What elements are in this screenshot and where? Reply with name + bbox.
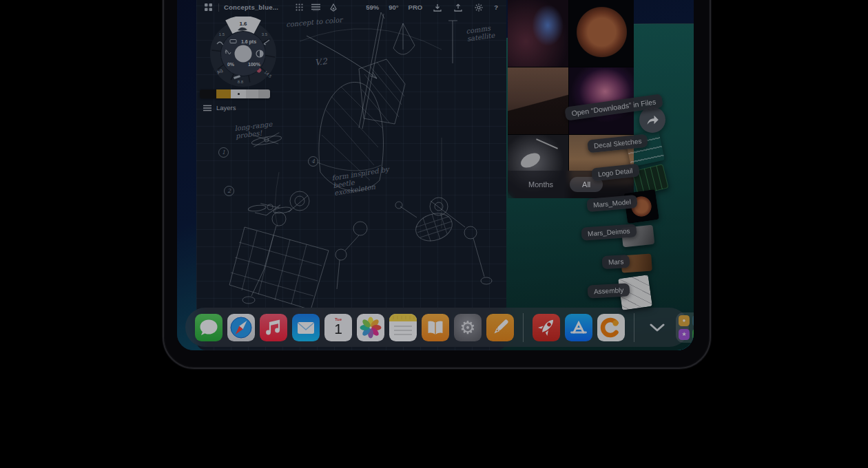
dock-app-library[interactable]: ● ◎ ★ ○ — [676, 312, 694, 343]
notes-icon — [389, 314, 417, 341]
annotation-number-4: 4 — [308, 156, 318, 167]
dock-app-rocket[interactable] — [533, 314, 560, 341]
dock-divider-1 — [523, 313, 524, 342]
drag-label-mars[interactable]: Mars — [602, 255, 630, 269]
swatch-black[interactable] — [200, 89, 216, 98]
photo-flame-nebula[interactable] — [508, 0, 568, 67]
dock-app-concepts[interactable] — [486, 314, 514, 341]
photo-mars-landscape[interactable] — [508, 67, 568, 134]
dock-collapse-button[interactable] — [643, 312, 671, 343]
wheel-opacity-max[interactable]: 100% — [248, 62, 261, 67]
wheel-seg-8-8[interactable]: 8.8 — [238, 80, 244, 84]
calendar-day: 1 — [324, 321, 352, 337]
probe-boom — [536, 138, 558, 149]
annotation-number-2: 2 — [224, 186, 234, 196]
swatch-light-gray[interactable] — [231, 89, 246, 98]
drag-label-assembly[interactable]: Assembly — [588, 283, 630, 298]
dock: Tue 1 ⚙ — [185, 308, 689, 347]
share-forward-icon — [645, 114, 659, 126]
photos-icon — [357, 314, 384, 341]
tab-months[interactable]: Months — [528, 180, 553, 189]
rocket-icon — [533, 314, 560, 341]
dock-app-notes[interactable] — [389, 314, 417, 341]
dock-app-appstore[interactable] — [565, 314, 592, 341]
music-icon — [260, 314, 287, 341]
dock-app-c-swirl[interactable] — [597, 314, 625, 341]
swatch-selected-dot — [238, 93, 240, 95]
chevron-down-icon — [650, 323, 665, 332]
wheel-active-size: 1.6 — [239, 21, 247, 27]
dock-app-calendar[interactable]: Tue 1 — [324, 314, 352, 341]
concepts-app-window[interactable]: concept to color comms satellite V.2 lon… — [196, 0, 506, 350]
photo-mars-globe[interactable] — [569, 0, 634, 67]
app-library-mini-purple: ★ — [679, 329, 690, 340]
color-swatch-bar[interactable] — [200, 89, 270, 98]
safari-icon — [227, 314, 255, 341]
app-library-mini-teal: ◎ — [692, 315, 694, 326]
probe-dish — [519, 150, 543, 171]
wheel-opacity-min[interactable]: 0% — [227, 62, 235, 67]
wheel-seg-3-5[interactable]: 3.5 — [262, 32, 268, 36]
dock-app-music[interactable] — [260, 314, 287, 341]
wheel-size-label[interactable]: 1.6 pts — [241, 39, 256, 45]
dock-app-settings[interactable]: ⚙ — [454, 314, 482, 341]
c-swirl-icon — [597, 314, 625, 341]
concepts-pen-icon — [486, 314, 514, 341]
layers-control[interactable]: Layers — [203, 104, 236, 111]
annotation-version: V.2 — [314, 57, 327, 67]
books-icon — [422, 314, 449, 341]
layers-menu-icon — [203, 105, 211, 111]
share-button[interactable] — [639, 107, 665, 133]
swatch-gray-2[interactable] — [246, 89, 258, 98]
dock-app-books[interactable] — [422, 314, 449, 341]
dock-app-safari[interactable] — [227, 314, 255, 341]
layers-label: Layers — [216, 104, 236, 111]
dock-app-photos[interactable] — [357, 314, 384, 341]
ipad-screen: concept to color comms satellite V.2 lon… — [177, 0, 694, 350]
dock-divider-2 — [634, 313, 634, 342]
wheel-seg-1-5[interactable]: 1.5 — [219, 32, 225, 36]
app-library-mini-yellow: ● — [679, 315, 690, 326]
tool-wheel[interactable]: 1.6 1.5 3.5 14.5 8.8 Ag 1.6 pts — [207, 17, 279, 88]
mail-icon — [292, 314, 320, 341]
swatch-gold[interactable] — [216, 89, 231, 98]
app-store-icon — [565, 314, 592, 341]
annotation-number-1: 1 — [218, 147, 229, 158]
dock-app-mail[interactable] — [292, 314, 320, 341]
dock-app-messages[interactable] — [195, 314, 223, 341]
settings-gear-icon: ⚙ — [459, 314, 475, 341]
swatch-gray-3[interactable] — [258, 89, 270, 98]
stage: concept to color comms satellite V.2 lon… — [0, 0, 868, 468]
messages-icon — [195, 314, 223, 341]
